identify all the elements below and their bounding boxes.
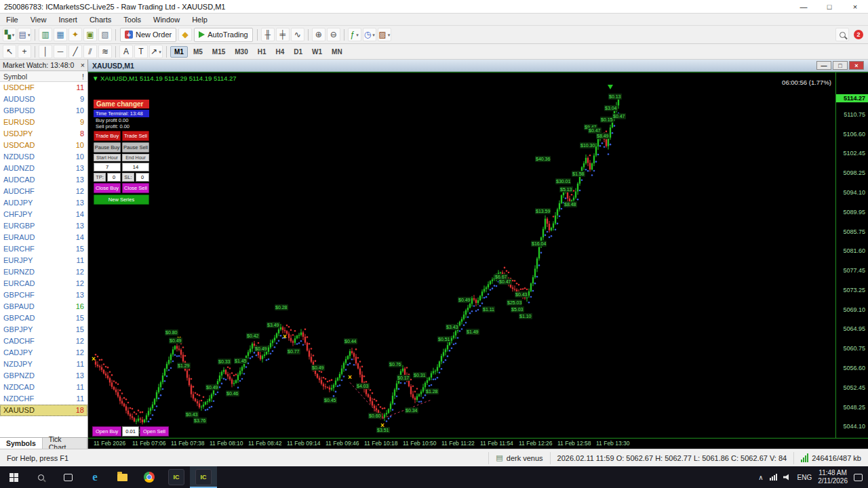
network-icon[interactable]	[770, 474, 777, 481]
menu-file[interactable]: File	[0, 14, 24, 25]
taskbar-search-button[interactable]	[27, 466, 54, 488]
edge-button[interactable]: e	[81, 466, 108, 488]
market-watch-row-cadjpy[interactable]: CADJPY 12	[0, 347, 87, 359]
bar-chart-icon[interactable]: ╫	[261, 28, 275, 41]
market-watch-row-audnzd[interactable]: AUDNZD 13	[0, 163, 87, 174]
market-watch-row-eurcad[interactable]: EURCAD 12	[0, 278, 87, 289]
market-watch-close-icon[interactable]: ×	[81, 61, 85, 69]
column-header-symbol[interactable]: Symbol	[3, 73, 27, 81]
market-watch-row-audusd[interactable]: AUDUSD 9	[0, 94, 87, 105]
menu-view[interactable]: View	[24, 14, 53, 25]
text-icon[interactable]: A	[119, 45, 133, 58]
market-watch-tab[interactable]: Symbols	[0, 438, 43, 449]
open-buy-button[interactable]: Open Buy	[92, 426, 121, 436]
market-watch-row-euraud[interactable]: EURAUD 14	[0, 232, 87, 243]
trade-sell-button[interactable]: Trade Sell	[122, 131, 149, 141]
taskbar-clock[interactable]: 11:48 AM 2/11/2026	[818, 469, 848, 485]
timeframe-w1[interactable]: W1	[308, 46, 326, 58]
file-explorer-button[interactable]	[108, 466, 136, 488]
market-watch-row-cadchf[interactable]: CADCHF 12	[0, 336, 87, 347]
text-label-icon[interactable]: T	[134, 45, 148, 58]
menu-help[interactable]: Help	[186, 14, 214, 25]
market-watch-row-nzdjpy[interactable]: NZDJPY 11	[0, 359, 87, 370]
timeframe-m1[interactable]: M1	[170, 46, 188, 58]
action-center-icon[interactable]	[854, 474, 863, 481]
task-view-button[interactable]	[54, 466, 81, 488]
time-axis[interactable]: 11 Feb 202611 Feb 07:0611 Feb 07:3811 Fe…	[88, 439, 868, 449]
market-watch-row-audcad[interactable]: AUDCAD 13	[0, 174, 87, 186]
notifications-badge[interactable]: 2	[854, 30, 863, 39]
timeframe-d1[interactable]: D1	[290, 46, 307, 58]
metaeditor-icon[interactable]: ◆	[178, 28, 192, 41]
zoom-out-icon[interactable]: ⊖	[327, 28, 340, 41]
menu-tools[interactable]: Tools	[117, 14, 147, 25]
market-watch-row-eurusd[interactable]: EURUSD 9	[0, 117, 87, 128]
new-chart-icon[interactable]: ▚▾	[3, 28, 16, 41]
end-hour-input[interactable]: 14	[122, 163, 149, 171]
market-watch-row-eurgbp[interactable]: EURGBP 13	[0, 220, 87, 232]
timeframe-mn[interactable]: MN	[328, 46, 347, 58]
tp-input[interactable]: 0	[107, 173, 121, 182]
timeframe-h4[interactable]: H4	[272, 46, 289, 58]
market-watch-row-nzdcad[interactable]: NZDCAD 11	[0, 382, 87, 393]
navigator-icon[interactable]: ✦	[68, 28, 82, 41]
language-indicator[interactable]: ENG	[797, 474, 812, 481]
timeframe-m30[interactable]: M30	[231, 46, 252, 58]
market-watch-row-audjpy[interactable]: AUDJPY 13	[0, 197, 87, 209]
lot-size-input[interactable]: 0.01	[122, 426, 139, 436]
minimize-button[interactable]: —	[791, 0, 816, 13]
column-header-flag[interactable]: !	[82, 73, 84, 81]
market-watch-icon[interactable]: ▥	[39, 28, 52, 41]
horizontal-line-icon[interactable]: ─	[54, 45, 67, 58]
timeframe-m5[interactable]: M5	[189, 46, 207, 58]
market-watch-row-nzdusd[interactable]: NZDUSD 10	[0, 151, 87, 163]
market-watch-row-audchf[interactable]: AUDCHF 12	[0, 186, 87, 197]
start-button[interactable]	[0, 466, 27, 488]
arrows-icon[interactable]: ↗▾	[149, 45, 163, 58]
price-axis[interactable]: 5114.27 5110.755106.605102.455098.255094…	[835, 72, 868, 439]
tray-expand-icon[interactable]: ∧	[758, 474, 763, 481]
close-button[interactable]: ×	[842, 0, 868, 13]
fibonacci-icon[interactable]: ≋	[98, 45, 112, 58]
chart-close-button[interactable]: ×	[849, 61, 864, 70]
vertical-line-icon[interactable]: │	[39, 45, 52, 58]
new-series-button[interactable]: New Series	[94, 195, 149, 205]
close-buy-button[interactable]: Close Buy	[94, 183, 121, 193]
icmarkets-app-button-2[interactable]: IC	[190, 466, 217, 488]
menu-insert[interactable]: Insert	[52, 14, 83, 25]
profiles-icon[interactable]: ▤▾	[18, 28, 31, 41]
market-watch-row-gbpcad[interactable]: GBPCAD 15	[0, 312, 87, 324]
market-watch-row-gbpchf[interactable]: GBPCHF 13	[0, 289, 87, 301]
channel-icon[interactable]: ⫽	[83, 45, 97, 58]
new-order-button[interactable]: + New Order	[120, 28, 176, 42]
market-watch-row-gbpusd[interactable]: GBPUSD 10	[0, 105, 87, 117]
terminal-icon[interactable]: ▣	[83, 28, 97, 41]
crosshair-icon[interactable]: +	[18, 45, 31, 58]
data-window-icon[interactable]: ▦	[54, 28, 67, 41]
pause-buy-button[interactable]: Pause Buy	[94, 142, 121, 152]
market-watch-row-usdjpy[interactable]: USDJPY 8	[0, 128, 87, 140]
timeframe-h1[interactable]: H1	[254, 46, 271, 58]
line-chart-icon[interactable]: ∿	[291, 28, 304, 41]
market-watch-tab[interactable]: Tick Chart	[43, 438, 87, 449]
icmarkets-app-button-1[interactable]: IC	[163, 466, 190, 488]
market-watch-row-eurjpy[interactable]: EURJPY 11	[0, 255, 87, 266]
market-watch-row-gbpaud[interactable]: GBPAUD 16	[0, 301, 87, 312]
sl-input[interactable]: 0	[136, 173, 149, 182]
market-watch-row-gbpjpy[interactable]: GBPJPY 15	[0, 324, 87, 336]
cursor-icon[interactable]: ↖	[3, 45, 16, 58]
open-sell-button[interactable]: Open Sell	[140, 426, 169, 436]
periods-icon[interactable]: ◷▾	[363, 28, 376, 41]
trade-buy-button[interactable]: Trade Buy	[94, 131, 121, 141]
chrome-button[interactable]	[136, 466, 163, 488]
autotrading-button[interactable]: AutoTrading	[194, 28, 253, 42]
search-icon[interactable]	[835, 28, 849, 41]
chart-minimize-button[interactable]: —	[816, 61, 831, 70]
strategy-tester-icon[interactable]: ▧	[98, 28, 112, 41]
maximize-button[interactable]: □	[816, 0, 842, 13]
candlestick-icon[interactable]: ╪	[276, 28, 290, 41]
volume-icon[interactable]	[783, 474, 791, 481]
market-watch-row-eurnzd[interactable]: EURNZD 12	[0, 266, 87, 278]
chart-restore-button[interactable]: □	[833, 61, 848, 70]
chart-titlebar[interactable]: XAUUSD,M1 — □ ×	[88, 60, 868, 72]
